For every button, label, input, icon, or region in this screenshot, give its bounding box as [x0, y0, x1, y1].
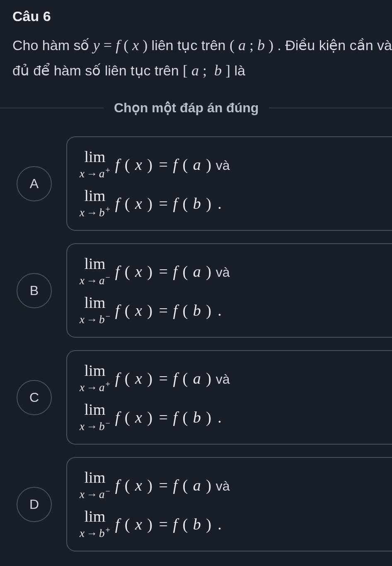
divider-line — [269, 108, 392, 108]
option-letter-b[interactable]: B — [17, 273, 52, 308]
option-a[interactable]: A lim x→a+ f ( x ) = f ( a )và lim x→b+ … — [17, 136, 392, 231]
option-d-line2: lim x→b+ f ( x ) = f ( b ) . — [80, 508, 380, 539]
option-c-line2: lim x→b− f ( x ) = f ( b ) . — [80, 402, 380, 432]
option-content-c[interactable]: lim x→a+ f ( x ) = f ( a )và lim x→b− f … — [66, 350, 392, 445]
option-c[interactable]: C lim x→a+ f ( x ) = f ( a )và lim x→b− … — [17, 350, 392, 445]
option-content-b[interactable]: lim x→a− f ( x ) = f ( a )và lim x→b− f … — [66, 243, 392, 338]
question-number: Câu 6 — [12, 8, 392, 24]
qmath-3: [ a ; b ] — [183, 62, 230, 79]
option-a-line2: lim x→b+ f ( x ) = f ( b ) . — [80, 188, 380, 218]
options-container: A lim x→a+ f ( x ) = f ( a )và lim x→b+ … — [12, 136, 392, 551]
option-content-d[interactable]: lim x→a− f ( x ) = f ( a )và lim x→b+ f … — [66, 457, 392, 551]
option-letter-d[interactable]: D — [17, 487, 52, 522]
instruction-text: Chọn một đáp án đúng — [104, 100, 269, 116]
option-d[interactable]: D lim x→a− f ( x ) = f ( a )và lim x→b+ … — [17, 457, 392, 551]
qtext-part2: liên tục trên — [148, 37, 230, 53]
option-a-line1: lim x→a+ f ( x ) = f ( a )và — [80, 149, 380, 179]
option-b-line1: lim x→a− f ( x ) = f ( a )và — [80, 256, 380, 286]
option-b[interactable]: B lim x→a− f ( x ) = f ( a )và lim x→b− … — [17, 243, 392, 338]
question-text: Cho hàm số y = f ( x ) liên tục trên ( a… — [12, 33, 392, 83]
divider-line — [0, 108, 104, 108]
qtext-part1: Cho hàm số — [12, 37, 93, 53]
option-content-a[interactable]: lim x→a+ f ( x ) = f ( a )và lim x→b+ f … — [66, 136, 392, 231]
option-d-line1: lim x→a− f ( x ) = f ( a )và — [80, 469, 380, 500]
qmath-1: y = f ( x ) — [93, 37, 148, 53]
qmath-2: ( a ; b ) — [230, 37, 273, 53]
option-letter-c[interactable]: C — [17, 380, 52, 415]
instruction-row: Chọn một đáp án đúng — [12, 100, 392, 116]
option-b-line2: lim x→b− f ( x ) = f ( b ) . — [80, 295, 380, 325]
qtext-part4: là — [230, 63, 245, 78]
option-c-line1: lim x→a+ f ( x ) = f ( a )và — [80, 363, 380, 393]
option-letter-a[interactable]: A — [17, 166, 52, 201]
